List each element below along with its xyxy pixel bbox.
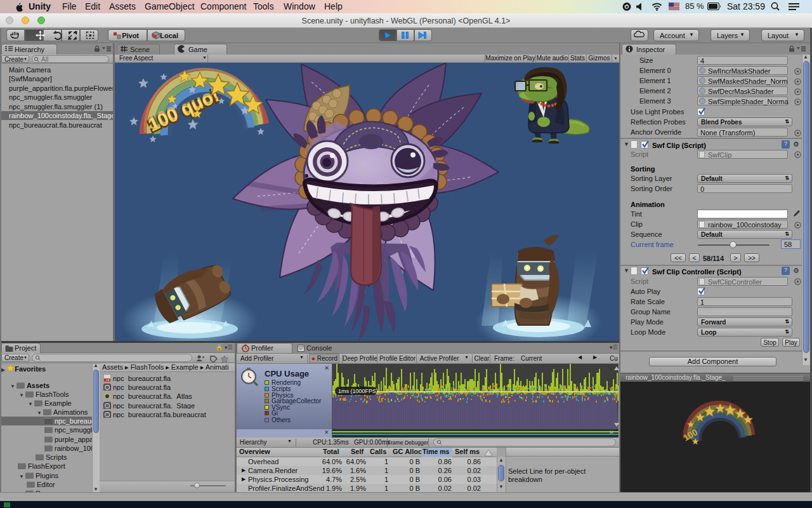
svg-text:1ms (1000FPS): 1ms (1000FPS) [338, 388, 378, 394]
